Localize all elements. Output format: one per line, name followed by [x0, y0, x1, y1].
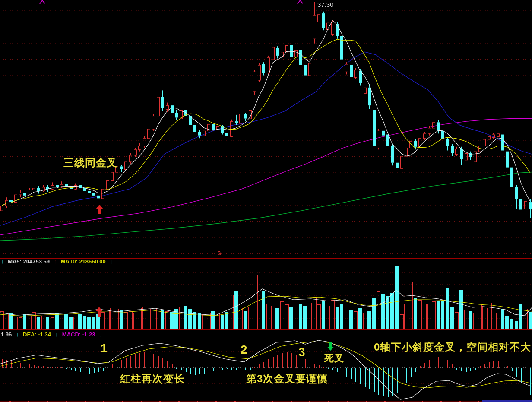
macd-dif-down-arrow-icon: ↓: [16, 331, 19, 338]
macd-dea-down-arrow-icon: ↓: [55, 331, 58, 338]
dividend-marker: $: [218, 250, 221, 256]
golden-cross-annotation: 三线同金叉: [63, 158, 117, 168]
volume-header: ↓ MA5: 204753.59 ↑ MA10: 218660.00 ↓: [1, 259, 115, 264]
death-cross-label: 死叉: [324, 354, 344, 363]
golden-cross-count-1: 1: [101, 342, 108, 355]
volume-ma5-up-arrow-icon: ↑: [54, 258, 57, 265]
volume-ma10-label: MA10: 218660.00: [61, 258, 106, 265]
golden-cross-count-3: 3: [298, 346, 305, 358]
golden-cross-count-2: 2: [241, 344, 247, 356]
macd-dea-label: DEA: -1.34: [23, 331, 51, 338]
high-price-label: 37.30: [317, 1, 334, 8]
volume-prefix-down-arrow-icon: ↓: [1, 258, 4, 265]
volume-ma5-label: MA5: 204753.59: [8, 258, 50, 265]
macd-header: 1.96 ↓ DEA: -1.34 ↓ MACD: -1.23 ↓: [1, 332, 105, 337]
macd-note-mid: 第3次金叉要谨慎: [246, 374, 328, 384]
macd-dif-value: 1.96: [1, 331, 12, 338]
volume-ma10-down-arrow-icon: ↓: [110, 258, 113, 265]
stock-chart-window: 37.30 三线同金叉 $ ↓ MA5: 204753.59 ↑ MA10: 2…: [0, 0, 532, 402]
macd-down-arrow-icon: ↓: [99, 331, 102, 338]
macd-note-right: 0轴下小斜度金叉，空间相对不大: [374, 342, 531, 352]
macd-value-label: MACD: -1.23: [62, 331, 95, 338]
macd-note-left: 红柱再次变长: [120, 374, 185, 384]
